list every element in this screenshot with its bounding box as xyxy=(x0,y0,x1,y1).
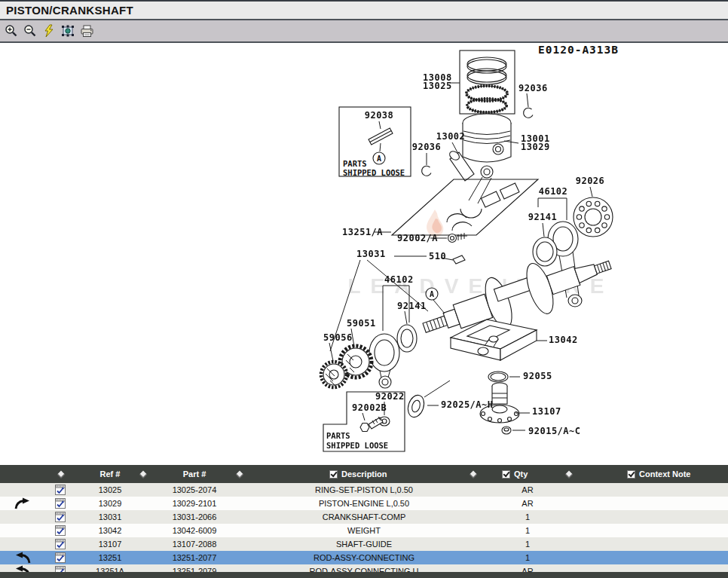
part-callout-92002b[interactable]: 92002B xyxy=(352,402,387,413)
page-title: PISTON/CRANKSHAFT xyxy=(6,4,133,17)
key-illustration xyxy=(453,255,465,264)
table-row[interactable]: 1302913029-2101PISTON-ENGINE L,0.50AR xyxy=(0,497,728,510)
loose-box2-line2: SHIPPED LOOSE xyxy=(326,441,388,450)
context-note-icon[interactable] xyxy=(54,497,66,509)
sort-icon xyxy=(565,470,573,478)
context-note-cell xyxy=(571,483,728,497)
part-callout-92015[interactable]: 92015/A~C xyxy=(528,426,581,436)
part-callout-92026[interactable]: 92026 xyxy=(576,176,605,186)
row-nav-cell xyxy=(0,483,45,497)
qty-checkbox[interactable] xyxy=(502,470,510,479)
sort-ref-button[interactable] xyxy=(141,465,146,483)
bearing-plate-illustration xyxy=(574,197,613,237)
row-note-cell[interactable] xyxy=(45,524,75,537)
row-note-cell[interactable] xyxy=(45,497,75,510)
part-callout-13251a[interactable]: 13251/A xyxy=(342,227,383,237)
context-note-icon[interactable] xyxy=(54,538,66,550)
ref-cell: 13031 xyxy=(75,510,145,524)
context-note-column-header[interactable]: Context Note xyxy=(627,465,690,483)
description-cell: CRANKSHAFT-COMP xyxy=(244,510,484,524)
exploded-parts-diagram-panel: LEADVENTURE E0120-A313B A PARTS SHIPPED … xyxy=(0,43,728,465)
part-callout-59056[interactable]: 59056 xyxy=(323,332,353,343)
parts-table-header: Ref # Part # Description Qty Context Not… xyxy=(0,465,728,483)
parts-diagram: LEADVENTURE E0120-A313B A PARTS SHIPPED … xyxy=(0,43,728,465)
table-row[interactable]: 1310713107-2088SHAFT-GUIDE1 xyxy=(0,537,728,551)
gear-illustrations xyxy=(321,346,372,387)
print-button[interactable] xyxy=(78,23,95,39)
context-note-cell xyxy=(571,537,728,551)
part-callout-13029[interactable]: 13029 xyxy=(521,142,550,152)
table-row[interactable]: 1325113251-2077ROD-ASSY-CONNECTING1 xyxy=(0,551,728,564)
ref-cell: 13042 xyxy=(75,524,145,537)
loose-box1-line2: SHIPPED LOOSE xyxy=(343,168,405,177)
row-note-cell[interactable] xyxy=(45,551,75,564)
zoom-out-icon xyxy=(23,24,37,38)
part-cell: 13029-2101 xyxy=(145,497,244,510)
sort-part-button[interactable] xyxy=(237,465,243,483)
description-checkbox[interactable] xyxy=(329,470,338,479)
qty-column-header[interactable]: Qty xyxy=(502,465,528,483)
part-callout-46102-left[interactable]: 46102 xyxy=(384,274,414,285)
flash-hotspots-button[interactable] xyxy=(41,23,57,39)
row-nav-cell[interactable] xyxy=(0,497,45,510)
context-note-icon[interactable] xyxy=(54,524,66,537)
context-note-cell xyxy=(571,524,728,537)
part-callout-92055[interactable]: 92055 xyxy=(523,371,552,381)
row-note-cell[interactable] xyxy=(45,510,75,524)
marker-a: A xyxy=(377,154,381,163)
loose-box1-line1: PARTS xyxy=(343,159,367,168)
context-note-checkbox[interactable] xyxy=(627,470,635,479)
ref-column-header[interactable]: Ref # xyxy=(100,465,121,483)
part-callout-59051[interactable]: 59051 xyxy=(347,318,376,329)
part-callout-13031[interactable]: 13031 xyxy=(356,249,386,259)
part-callout-510[interactable]: 510 xyxy=(429,251,446,261)
jump-forward-arrow-icon xyxy=(14,497,32,510)
sort-icon xyxy=(139,470,147,478)
print-icon xyxy=(80,25,94,38)
part-callout-92036-top[interactable]: 92036 xyxy=(518,83,548,93)
part-callout-13002[interactable]: 13002 xyxy=(436,131,466,142)
table-footer-bar xyxy=(0,572,728,578)
part-callout-92036-mid[interactable]: 92036 xyxy=(412,142,442,152)
table-row[interactable]: 1304213042-6009WEIGHT1 xyxy=(0,524,728,537)
part-callout-92002a[interactable]: 92002/A xyxy=(397,233,438,243)
sort-icon xyxy=(470,470,477,478)
part-cell: 13042-6009 xyxy=(145,524,244,537)
qty-cell: AR xyxy=(484,483,571,497)
part-callout-46102-right[interactable]: 46102 xyxy=(539,186,568,197)
zoom-in-button[interactable] xyxy=(3,23,20,39)
part-callout-92141-left[interactable]: 92141 xyxy=(397,301,427,311)
oring-illustration xyxy=(488,372,508,382)
part-column-header[interactable]: Part # xyxy=(183,465,206,483)
part-callout-13107[interactable]: 13107 xyxy=(532,406,561,417)
row-note-cell[interactable] xyxy=(45,483,75,497)
sort-note-button[interactable] xyxy=(59,465,64,483)
context-note-icon[interactable] xyxy=(54,484,66,496)
part-callout-92025[interactable]: 92025/A~H xyxy=(441,399,494,410)
parts-table-body: 1302513025-2074RING-SET-PISTON L,0.50AR … xyxy=(0,483,728,578)
image-select-button[interactable] xyxy=(60,23,76,39)
zoom-out-button[interactable] xyxy=(22,23,38,39)
context-note-icon[interactable] xyxy=(54,511,66,523)
part-callout-92038[interactable]: 92038 xyxy=(365,110,394,121)
description-column-header[interactable]: Description xyxy=(329,465,387,483)
sort-qty-button[interactable] xyxy=(567,465,572,483)
part-callout-92022[interactable]: 92022 xyxy=(375,391,405,402)
table-row[interactable]: 1302513025-2074RING-SET-PISTON L,0.50AR xyxy=(0,483,728,497)
sort-description-button[interactable] xyxy=(471,465,476,483)
part-callout-13025[interactable]: 13025 xyxy=(423,81,452,91)
jump-back-arrow-icon xyxy=(14,552,32,564)
part-cell: 13031-2066 xyxy=(145,510,244,524)
diagram-code: E0120-A313B xyxy=(538,44,619,56)
row-nav-cell[interactable] xyxy=(0,551,45,564)
context-note-cell xyxy=(571,497,728,510)
context-note-icon[interactable] xyxy=(54,552,66,564)
qty-cell: 1 xyxy=(484,551,571,564)
row-note-cell[interactable] xyxy=(45,537,75,551)
description-cell: PISTON-ENGINE L,0.50 xyxy=(244,497,484,510)
table-row[interactable]: 1303113031-2066CRANKSHAFT-COMP1 xyxy=(0,510,728,524)
row-nav-cell xyxy=(0,510,45,524)
part-callout-92141-right[interactable]: 92141 xyxy=(528,212,558,222)
left-conrod-illustration xyxy=(369,325,417,388)
part-callout-13042[interactable]: 13042 xyxy=(549,335,578,345)
